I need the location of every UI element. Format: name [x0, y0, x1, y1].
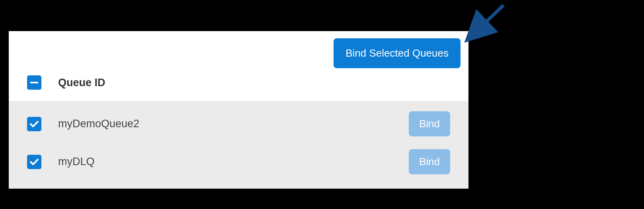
minus-icon [30, 82, 38, 83]
svg-rect-0 [30, 82, 38, 83]
table-header-row: Queue ID [9, 68, 468, 101]
row-checkbox[interactable] [27, 155, 41, 169]
row-checkbox[interactable] [27, 117, 41, 131]
queue-bind-panel: Bind Selected Queues Queue ID myDemoQueu… [9, 31, 468, 189]
bind-row-button[interactable]: Bind [409, 149, 450, 174]
table-body: myDemoQueue2 Bind myDLQ Bind [9, 101, 468, 189]
annotation-arrow-icon [462, 3, 509, 47]
bind-row-button[interactable]: Bind [409, 111, 450, 136]
table-row: myDemoQueue2 Bind [16, 105, 461, 143]
svg-line-1 [469, 5, 503, 38]
queue-id-cell: myDemoQueue2 [58, 118, 409, 130]
check-icon [30, 158, 39, 166]
toolbar: Bind Selected Queues [9, 31, 468, 68]
bind-selected-queues-button[interactable]: Bind Selected Queues [334, 38, 461, 68]
queue-id-cell: myDLQ [58, 156, 409, 168]
select-all-checkbox[interactable] [27, 75, 41, 90]
queue-id-column-header: Queue ID [58, 77, 105, 89]
table-row: myDLQ Bind [16, 143, 461, 181]
check-icon [30, 120, 39, 128]
